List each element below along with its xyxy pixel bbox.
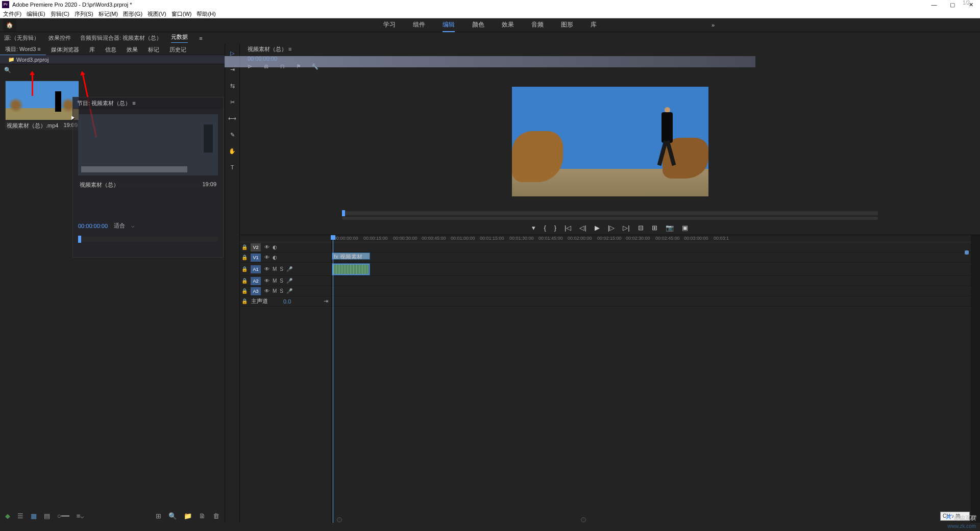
slip-tool[interactable]: ⟷ (228, 115, 237, 124)
tab-info[interactable]: 信息 (100, 44, 121, 55)
solo-button[interactable]: S (280, 278, 283, 284)
menu-view[interactable]: 视图(V) (148, 9, 166, 18)
extract-icon[interactable]: ⊞ (652, 224, 657, 232)
solo-button[interactable]: S (280, 288, 283, 294)
ws-audio[interactable]: 音频 (531, 18, 544, 32)
tab-effects-panel[interactable]: 效果 (121, 44, 143, 55)
track-a2[interactable]: A2 (251, 277, 261, 285)
toggle-output-icon[interactable]: 👁 (264, 266, 270, 272)
lock-icon[interactable]: 🔒 (240, 298, 249, 304)
menu-graphics[interactable]: 图形(G) (123, 9, 142, 18)
new-item-icon[interactable]: ◆ (5, 512, 10, 520)
step-back-icon[interactable]: ◁| (579, 224, 586, 232)
voice-over-icon[interactable]: 🎤 (286, 288, 292, 294)
icon-view-icon[interactable]: ▦ (31, 512, 37, 520)
automate-icon[interactable]: ⊞ (156, 512, 161, 520)
export-frame-icon[interactable]: 📷 (666, 224, 674, 232)
tab-menu-icon[interactable]: ≡ (199, 35, 202, 41)
track-master[interactable]: 主声道 (251, 297, 268, 305)
track-a1[interactable]: A1 (251, 265, 261, 273)
mark-out-button[interactable]: } (554, 224, 556, 232)
ws-graphics[interactable]: 图形 (561, 18, 573, 32)
settings-gear-icon[interactable] (965, 250, 969, 255)
ws-assembly[interactable]: 组件 (413, 18, 425, 32)
new-item-button[interactable]: 🗎 (199, 512, 206, 520)
ws-learn[interactable]: 学习 (383, 18, 396, 32)
mute-button[interactable]: M (273, 266, 277, 272)
tab-audio-mixer[interactable]: 音频剪辑混合器: 视频素材（总） (80, 34, 162, 42)
ws-edit[interactable]: 编辑 (443, 18, 455, 32)
play-button[interactable]: ▶ (595, 224, 600, 232)
workspace-overflow[interactable]: » (712, 22, 715, 28)
menu-window[interactable]: 窗口(W) (172, 9, 192, 18)
solo-button[interactable]: S (280, 266, 283, 272)
type-tool[interactable]: T (228, 164, 237, 173)
playhead[interactable] (333, 235, 333, 523)
freeform-view-icon[interactable]: ▤ (44, 512, 50, 520)
mark-in-icon[interactable]: ▾ (532, 224, 535, 232)
tab-effect-controls[interactable]: 效果控件 (48, 34, 71, 42)
lift-icon[interactable]: ⊟ (638, 224, 644, 232)
lock-icon[interactable]: 🔒 (240, 288, 249, 294)
tab-history[interactable]: 历史记 (164, 44, 191, 55)
audio-clip[interactable] (332, 263, 370, 275)
sync-lock-icon[interactable]: ◐ (273, 244, 277, 250)
go-to-in-icon[interactable]: |◁ (565, 224, 571, 232)
menu-edit[interactable]: 编辑(E) (27, 9, 45, 18)
track-select-tool[interactable]: ⇥ (228, 66, 237, 75)
mute-button[interactable]: M (273, 288, 277, 294)
floating-source-monitor[interactable]: 节目: 视频素材（总） ≡ 视频素材（总）19:09 00:00:00:00 适… (72, 97, 224, 258)
lock-icon[interactable]: 🔒 (240, 244, 249, 250)
search-icon[interactable]: 🔍 (4, 67, 11, 73)
zoom-slider[interactable]: ○━━ (57, 512, 69, 520)
ws-color[interactable]: 颜色 (472, 18, 484, 32)
project-file-row[interactable]: 📁 Word3.prproj (0, 55, 225, 64)
lock-icon[interactable]: 🔒 (240, 266, 249, 272)
toggle-output-icon[interactable]: 👁 (264, 244, 270, 250)
maximize-button[interactable]: ▢ (943, 0, 962, 9)
toggle-output-icon[interactable]: 👁 (264, 255, 270, 260)
tab-metadata[interactable]: 元数据 (171, 33, 188, 43)
menu-help[interactable]: 帮助(H) (197, 9, 215, 18)
new-bin-icon[interactable]: 📁 (184, 512, 192, 520)
tab-media-browser[interactable]: 媒体浏览器 (46, 44, 84, 55)
voice-over-icon[interactable]: 🎤 (286, 266, 292, 272)
find-icon[interactable]: 🔍 (168, 512, 177, 520)
tab-source[interactable]: 源:（无剪辑） (4, 34, 39, 42)
ws-effects[interactable]: 效果 (502, 18, 514, 32)
sort-icon[interactable]: ≡⌵ (77, 512, 85, 520)
list-view-icon[interactable]: ☰ (17, 512, 23, 520)
program-monitor[interactable] (240, 72, 980, 210)
tab-markers[interactable]: 标记 (143, 44, 164, 55)
mute-button[interactable]: M (273, 278, 277, 284)
tab-library[interactable]: 库 (84, 44, 100, 55)
sync-lock-icon[interactable]: ◐ (273, 255, 277, 260)
project-bins[interactable]: 视频素材（总）.mp419:09 节目: 视频素材（总） ≡ 视频素材（总）19… (0, 75, 225, 523)
lock-icon[interactable]: 🔒 (240, 255, 249, 260)
razor-tool[interactable]: ✂ (228, 99, 237, 108)
step-fwd-icon[interactable]: |▷ (608, 224, 615, 232)
expand-icon[interactable]: ⇥ (324, 298, 328, 305)
home-button[interactable]: 🏠 (3, 18, 16, 32)
minimize-button[interactable]: — (925, 0, 943, 9)
track-v1[interactable]: V1 (251, 254, 261, 262)
hand-tool[interactable]: ✋ (228, 148, 237, 157)
go-to-out-icon[interactable]: ▷| (623, 224, 629, 232)
zoom-dropdown-icon[interactable]: ⌵ (131, 222, 135, 229)
src-zoom-fit[interactable]: 适合 (114, 222, 125, 230)
menu-clip[interactable]: 剪辑(C) (51, 9, 69, 18)
mark-in-button[interactable]: { (544, 224, 546, 232)
toggle-output-icon[interactable]: 👁 (264, 278, 270, 284)
voice-over-icon[interactable]: 🎤 (286, 278, 292, 284)
tab-project[interactable]: 项目: Word3 ≡ (0, 43, 46, 55)
time-ruler[interactable]: 00:00:00:00 00:00:15:00 00:00:30:00 00:0… (332, 235, 971, 242)
src-timecode[interactable]: 00:00:00:00 (78, 223, 108, 229)
track-v2[interactable]: V2 (251, 243, 261, 251)
trash-icon[interactable]: 🗑 (213, 512, 219, 520)
pen-tool[interactable]: ✎ (228, 132, 237, 141)
timeline-zoom-handle[interactable] (581, 517, 586, 522)
lock-icon[interactable]: 🔒 (240, 278, 249, 284)
toggle-output-icon[interactable]: 👁 (264, 288, 270, 294)
video-clip[interactable]: fx 视频素材（… (332, 252, 370, 260)
ripple-edit-tool[interactable]: ⇆ (228, 83, 237, 92)
